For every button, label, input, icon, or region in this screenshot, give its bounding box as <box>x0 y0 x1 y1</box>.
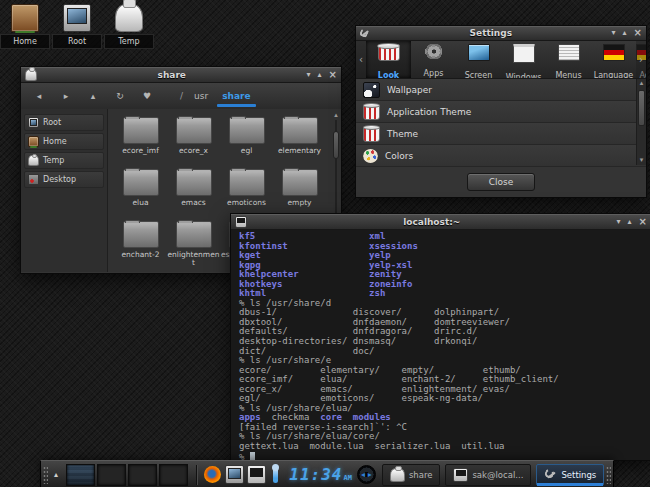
settings-item-application-theme[interactable]: Application Theme <box>356 101 646 123</box>
desktop-icon-label: Home <box>0 34 50 49</box>
pager-desktop-3[interactable] <box>128 464 157 486</box>
settings-item-colors[interactable]: Colors <box>356 145 646 167</box>
settings-item-theme[interactable]: Theme <box>356 123 646 145</box>
task-button-share[interactable]: share <box>382 464 441 486</box>
refresh-button[interactable]: ↻ <box>108 88 132 104</box>
settings-scrollbar[interactable]: ▴ ▾ <box>636 79 646 165</box>
close-button[interactable]: × <box>329 69 337 81</box>
monitor-icon <box>235 216 247 228</box>
folder-icon <box>123 169 159 196</box>
folder-icon <box>282 117 318 144</box>
forward-button[interactable]: ▸ <box>54 88 78 104</box>
task-button-sak-local-[interactable]: sak@local... <box>445 464 531 486</box>
breadcrumb-share[interactable]: share <box>215 84 257 108</box>
tab-screen[interactable]: Screen <box>456 41 501 78</box>
maximize-button[interactable]: ▴ <box>318 69 322 81</box>
computer-launcher[interactable] <box>223 464 245 486</box>
flag-de-icon <box>603 44 625 61</box>
sidebar-item-home[interactable]: Home <box>24 133 104 150</box>
sidebar-item-temp[interactable]: Temp <box>24 152 104 169</box>
favorites-button[interactable]: ♥ <box>135 88 159 104</box>
sidebar-item-desktop[interactable]: Desktop <box>24 171 104 188</box>
scroll-up-icon[interactable]: ▴ <box>637 79 646 88</box>
folder-empty[interactable]: empty <box>273 165 326 217</box>
temperature-gadget[interactable] <box>267 464 284 486</box>
thermometer-icon <box>273 467 278 483</box>
gear-icon <box>424 44 444 59</box>
scrollbar-thumb[interactable] <box>638 90 645 126</box>
folder-enlightenment[interactable]: enlightenment <box>167 217 220 269</box>
terminal-text: zoneinfo <box>369 279 412 289</box>
desktop-icon-root[interactable]: Root <box>52 4 102 49</box>
shelf-grip-right[interactable] <box>606 466 611 484</box>
tab-language[interactable]: Language <box>591 41 636 78</box>
settings-titlebar[interactable]: Settings ▾▴× <box>356 26 646 41</box>
folder-enchant-2[interactable]: enchant-2 <box>114 217 167 269</box>
folder-elua[interactable]: elua <box>114 165 167 217</box>
minimize-button[interactable]: ▾ <box>617 216 621 228</box>
terminal-text: ecore/ elementary/ empty/ ethumb/ <box>239 365 521 375</box>
tab-look[interactable]: Look <box>366 41 411 78</box>
monitor-launcher[interactable] <box>245 464 267 486</box>
minimize-button[interactable]: ▾ <box>612 27 616 39</box>
monitor-icon <box>247 465 266 484</box>
minimize-button[interactable]: ▾ <box>307 69 311 81</box>
folder-emoticons[interactable]: emoticons <box>220 165 273 217</box>
tabs-scroll-right[interactable]: › <box>636 41 646 78</box>
scroll-down-icon[interactable]: ▾ <box>637 156 646 165</box>
pager-desktop-4[interactable] <box>159 464 188 486</box>
desktop-icon-home[interactable]: Home <box>0 4 50 49</box>
desktop-pager <box>66 464 188 486</box>
folder-ecore-x[interactable]: ecore_x <box>167 113 220 165</box>
sidebar-item-root[interactable]: Root <box>24 114 104 131</box>
task-label: sak@local... <box>472 470 523 480</box>
close-button[interactable]: Close <box>467 173 535 191</box>
folder-emacs[interactable]: emacs <box>167 165 220 217</box>
jug-icon <box>28 155 39 166</box>
back-button[interactable]: ◂ <box>27 88 51 104</box>
mixer-gadget[interactable] <box>357 464 376 486</box>
tab-windows[interactable]: Windows <box>501 41 546 78</box>
folder-label: elua <box>114 199 167 207</box>
folder-egl[interactable]: egl <box>220 113 273 165</box>
folder-ecore-imf[interactable]: ecore_imf <box>114 113 167 165</box>
close-button[interactable]: × <box>634 27 642 39</box>
folder-label: ecore_x <box>167 147 220 155</box>
settings-item-wallpaper[interactable]: Wallpaper <box>356 79 646 101</box>
close-button[interactable]: × <box>639 216 647 228</box>
terminal-titlebar[interactable]: localhost:~ ▾▴× <box>231 214 650 230</box>
folder-label: elementary <box>273 147 326 155</box>
jug-icon <box>115 4 143 32</box>
up-button[interactable]: ▴ <box>81 88 105 104</box>
terminal-text: xml <box>369 231 385 241</box>
filemanager-titlebar[interactable]: share ▾▴× <box>21 67 341 83</box>
breadcrumb-root[interactable]: / <box>176 91 187 101</box>
terminal-text: khelpcenter <box>239 269 299 279</box>
terminal-text: dict/ doc/ <box>239 346 374 356</box>
clock-gadget[interactable]: 11:34 AM <box>289 465 352 484</box>
terminal-output: kf5 xmlkfontinst xsessionskget yelpkgpg … <box>231 230 650 462</box>
maximize-button[interactable]: ▴ <box>623 27 627 39</box>
task-label: Settings <box>561 470 596 480</box>
main-menu-button[interactable]: ▴ <box>50 466 63 484</box>
window-icon <box>513 44 535 63</box>
task-button-settings[interactable]: Settings <box>536 464 604 486</box>
tabs-scroll-left[interactable]: ‹ <box>356 41 366 78</box>
firefox-launcher[interactable] <box>201 464 223 486</box>
tab-menus[interactable]: Menus <box>546 41 591 78</box>
scroll-up-icon[interactable]: ▴ <box>332 111 340 119</box>
window-controls: ▾▴× <box>612 27 642 39</box>
breadcrumb-usr[interactable]: usr <box>187 84 215 108</box>
pager-desktop-1[interactable] <box>66 464 95 486</box>
tab-apps[interactable]: Apps <box>411 41 456 78</box>
task-label: share <box>409 470 433 480</box>
computer-icon <box>28 117 39 128</box>
folder-icon <box>282 169 318 196</box>
folder-elementary[interactable]: elementary <box>273 113 326 165</box>
desktop-icon-temp[interactable]: Temp <box>104 4 154 49</box>
pager-desktop-2[interactable] <box>97 464 126 486</box>
terminal-text: yelp-xsl <box>369 260 412 270</box>
shelf-grip-left[interactable] <box>43 466 48 484</box>
scrollbar-thumb[interactable] <box>333 131 339 159</box>
maximize-button[interactable]: ▴ <box>628 216 632 228</box>
